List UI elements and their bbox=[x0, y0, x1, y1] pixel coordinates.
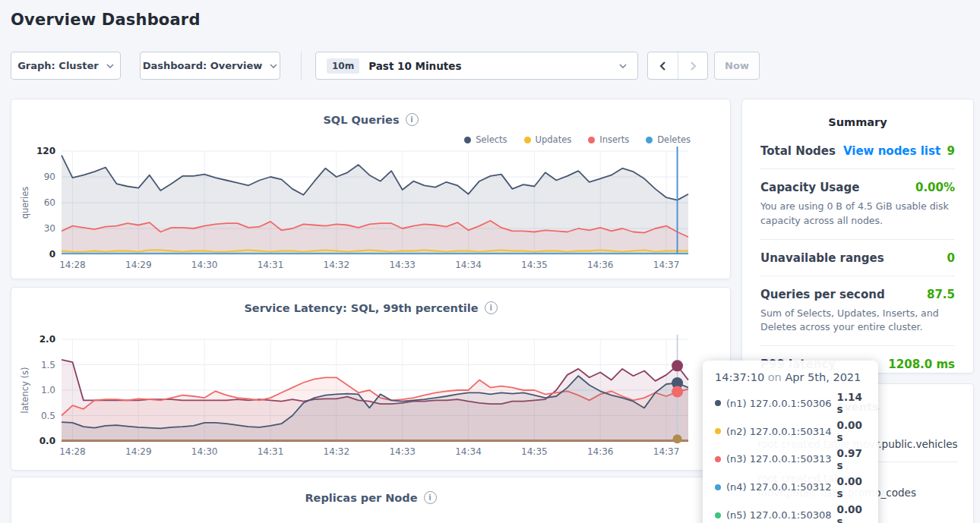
info-icon[interactable]: i bbox=[485, 301, 498, 314]
chevron-down-icon bbox=[270, 64, 277, 68]
svg-text:120: 120 bbox=[36, 146, 55, 156]
view-nodes-list-link[interactable]: View nodes list bbox=[843, 144, 940, 158]
svg-text:14:34: 14:34 bbox=[455, 260, 482, 270]
svg-text:14:36: 14:36 bbox=[587, 260, 614, 270]
sql-queries-chart[interactable]: 14:2814:2914:3014:3114:3214:3314:3414:35… bbox=[11, 145, 732, 276]
replicas-per-node-card: Replicas per Node i bbox=[11, 477, 731, 523]
time-range-selector[interactable]: 10m Past 10 Minutes bbox=[315, 52, 638, 80]
svg-text:1.0: 1.0 bbox=[41, 385, 55, 395]
summary-row-label: Total Nodes bbox=[760, 144, 836, 158]
summary-row: Queries per second 87.5 Sum of Selects, … bbox=[760, 276, 955, 346]
svg-text:14:32: 14:32 bbox=[324, 260, 350, 270]
svg-text:14:29: 14:29 bbox=[125, 260, 152, 270]
chevron-right-icon bbox=[689, 61, 697, 71]
svg-text:14:32: 14:32 bbox=[324, 446, 350, 457]
svg-text:2.0: 2.0 bbox=[40, 334, 55, 345]
svg-text:14:33: 14:33 bbox=[389, 260, 416, 270]
chevron-down-icon bbox=[106, 64, 114, 68]
node-color-dot bbox=[715, 512, 721, 518]
svg-text:0.5: 0.5 bbox=[41, 411, 55, 421]
summary-row: Capacity Usage 0.00% You are using 0 B o… bbox=[760, 169, 955, 239]
sql-queries-legend: SelectsUpdatesInsertsDeletes bbox=[464, 134, 691, 145]
legend-dot bbox=[646, 137, 653, 143]
summary-row-value: 87.5 bbox=[927, 288, 955, 301]
tooltip-node-row: (n5) 127.0.0.1:50308 0.00 s bbox=[713, 501, 868, 523]
replicas-per-node-title: Replicas per Node bbox=[305, 492, 417, 504]
node-color-dot bbox=[715, 428, 721, 434]
time-forward-button[interactable] bbox=[678, 52, 707, 79]
summary-row-description: You are using 0 B of 4.5 GiB usable disk… bbox=[760, 200, 955, 228]
time-range-badge: 10m bbox=[327, 58, 359, 74]
svg-text:14:36: 14:36 bbox=[587, 446, 614, 457]
service-latency-chart[interactable]: 14:2814:2914:3014:3114:3214:3314:3414:35… bbox=[11, 327, 732, 468]
summary-panel: Summary Total Nodes View nodes list 9 Ca… bbox=[741, 99, 974, 373]
legend-item: Inserts bbox=[588, 134, 629, 145]
graph-dropdown[interactable]: Graph: Cluster bbox=[11, 52, 121, 80]
node-color-dot bbox=[715, 484, 721, 490]
tooltip-node-row: (n2) 127.0.0.1:50314 0.00 s bbox=[713, 417, 868, 446]
svg-text:90: 90 bbox=[44, 172, 55, 182]
summary-title: Summary bbox=[742, 99, 973, 128]
controls-divider bbox=[301, 52, 302, 80]
legend-item: Selects bbox=[464, 134, 507, 145]
legend-item: Deletes bbox=[646, 134, 691, 145]
info-icon[interactable]: i bbox=[406, 113, 419, 126]
time-range-label: Past 10 Minutes bbox=[368, 60, 610, 72]
graph-dropdown-label: Graph: Cluster bbox=[17, 60, 99, 71]
legend-dot bbox=[588, 137, 595, 143]
svg-text:14:31: 14:31 bbox=[258, 446, 284, 457]
service-latency-title: Service Latency: SQL, 99th percentile bbox=[244, 302, 478, 314]
tooltip-node-row: (n1) 127.0.0.1:50306 1.14 s bbox=[713, 389, 868, 417]
summary-row: Unavailable ranges 0 bbox=[760, 239, 955, 276]
svg-text:14:29: 14:29 bbox=[125, 446, 152, 457]
summary-row-description: Sum of Selects, Updates, Inserts, and De… bbox=[760, 307, 955, 336]
legend-item: Updates bbox=[524, 134, 572, 145]
svg-text:14:28: 14:28 bbox=[59, 446, 86, 457]
svg-text:14:35: 14:35 bbox=[521, 260, 548, 270]
svg-text:14:37: 14:37 bbox=[653, 446, 680, 457]
svg-text:latency (s): latency (s) bbox=[20, 367, 30, 414]
node-color-dot bbox=[715, 400, 721, 406]
chevron-left-icon bbox=[659, 61, 667, 71]
tooltip-node-row: (n3) 127.0.0.1:50313 0.97 s bbox=[713, 446, 868, 474]
summary-row-value: 9 bbox=[947, 144, 955, 158]
summary-row-label: Capacity Usage bbox=[760, 181, 859, 194]
summary-row-value: 0 bbox=[947, 251, 955, 265]
info-icon[interactable]: i bbox=[424, 491, 437, 504]
summary-row-label: Unavailable ranges bbox=[760, 251, 884, 265]
tooltip-timestamp: 14:37:10 on Apr 5th, 2021 bbox=[715, 371, 868, 383]
svg-text:queries: queries bbox=[20, 187, 30, 219]
sql-queries-title: SQL Queries bbox=[323, 114, 399, 126]
svg-text:14:30: 14:30 bbox=[191, 446, 218, 457]
chevron-down-icon bbox=[619, 64, 627, 68]
tooltip-node-row: (n4) 127.0.0.1:50312 0.00 s bbox=[713, 473, 868, 501]
overview-dashboard-page: Overview Dashboard Graph: Cluster Dashbo… bbox=[0, 0, 980, 523]
svg-text:0: 0 bbox=[49, 249, 55, 260]
svg-text:14:31: 14:31 bbox=[258, 260, 284, 270]
page-title: Overview Dashboard bbox=[11, 11, 201, 29]
svg-text:14:28: 14:28 bbox=[59, 260, 86, 270]
svg-text:14:33: 14:33 bbox=[389, 446, 416, 457]
service-latency-card: Service Latency: SQL, 99th percentile i … bbox=[11, 287, 731, 471]
svg-text:14:34: 14:34 bbox=[455, 446, 482, 457]
time-nav-arrows bbox=[647, 52, 708, 80]
chart-hover-tooltip: 14:37:10 on Apr 5th, 2021 (n1) 127.0.0.1… bbox=[703, 361, 878, 523]
summary-row-value: 1208.0 ms bbox=[888, 358, 955, 371]
svg-text:14:35: 14:35 bbox=[521, 446, 548, 457]
summary-row: Total Nodes View nodes list 9 bbox=[760, 133, 955, 169]
node-color-dot bbox=[715, 456, 721, 462]
svg-text:14:37: 14:37 bbox=[653, 260, 680, 270]
summary-row-value: 0.00% bbox=[915, 181, 955, 194]
svg-text:30: 30 bbox=[44, 223, 55, 234]
legend-dot bbox=[524, 137, 531, 143]
svg-text:0.0: 0.0 bbox=[40, 436, 55, 446]
svg-text:60: 60 bbox=[44, 197, 55, 208]
svg-text:14:30: 14:30 bbox=[191, 260, 218, 270]
legend-dot bbox=[464, 137, 471, 143]
summary-row-label: Queries per second bbox=[760, 288, 885, 301]
dashboard-dropdown[interactable]: Dashboard: Overview bbox=[140, 52, 280, 80]
now-button[interactable]: Now bbox=[714, 52, 760, 80]
dashboard-dropdown-label: Dashboard: Overview bbox=[143, 60, 263, 71]
sql-queries-card: SQL Queries i SelectsUpdatesInsertsDelet… bbox=[11, 99, 731, 279]
time-back-button[interactable] bbox=[648, 52, 678, 79]
